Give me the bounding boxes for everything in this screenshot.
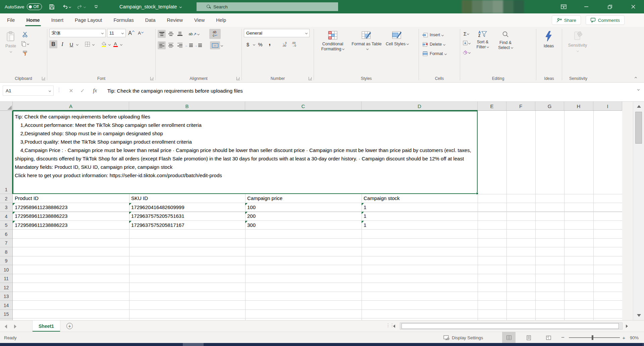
scrollbar-resize-handle[interactable]: ⋮⋮ [386,323,394,328]
row-header-9[interactable]: 9 [0,256,12,265]
find-select-button[interactable]: Find & Select [495,29,516,66]
column-header-G[interactable]: G [535,102,564,110]
cell-D5[interactable]: 1 [362,221,478,230]
orientation-dropdown-icon[interactable] [197,33,200,35]
tab-review[interactable]: Review [161,13,189,27]
format-painter-button[interactable] [21,49,29,57]
row-header-5[interactable]: 5 [0,221,12,230]
tab-view[interactable]: View [189,13,210,27]
decrease-decimal-button[interactable]: .00→0 [290,40,298,48]
decrease-indent-button[interactable]: ← [185,41,193,49]
clipboard-dialog-launcher-icon[interactable] [42,77,45,80]
borders-button[interactable] [84,40,92,48]
cell-D3[interactable]: 1 [362,203,478,212]
row-header-11[interactable]: 11 [0,274,12,283]
accounting-dropdown-icon[interactable] [253,43,255,45]
fill-button[interactable] [462,39,470,47]
column-header-D[interactable]: D [362,102,478,110]
tab-file[interactable]: File [1,13,20,27]
ideas-button[interactable]: Ideas [538,29,559,66]
cell-header-campaign-price[interactable]: Campaign price [245,194,362,203]
cell-styles-button[interactable]: Cell Styles [384,29,411,66]
collapse-ribbon-icon[interactable] [635,77,637,79]
row-header-2[interactable]: 2 [0,194,12,203]
comma-style-button[interactable]: , [266,40,274,48]
borders-dropdown-icon[interactable] [92,43,95,45]
cell-header-sku-id[interactable]: SKU ID [129,194,245,203]
conditional-formatting-button[interactable]: Conditional Formatting [316,29,350,66]
insert-function-icon[interactable]: fx [90,86,100,95]
quick-access-customize-icon[interactable] [91,2,101,12]
document-title[interactable]: Campaign_stock_template [119,0,181,13]
underline-dropdown-icon[interactable] [76,43,78,45]
number-format-select[interactable]: General [244,29,310,37]
alignment-dialog-launcher-icon[interactable] [236,77,240,80]
copy-dropdown-icon[interactable] [27,42,29,45]
zoom-slider-track[interactable] [569,337,620,338]
underline-button[interactable]: U [67,40,75,48]
row-header-3[interactable]: 3 [0,203,12,212]
name-box[interactable]: A1 [3,86,54,96]
sort-filter-button[interactable]: AZ Sort & Filter [472,29,493,66]
tab-insert[interactable]: Insert [46,13,69,27]
ribbon-display-options-icon[interactable] [556,0,571,13]
percent-style-button[interactable]: % [256,40,264,48]
copy-button[interactable] [21,40,29,48]
delete-cells-button[interactable]: Delete [421,40,459,49]
format-as-table-button[interactable]: Format as Table [351,29,382,66]
merge-center-dropdown-icon[interactable] [221,44,223,46]
restore-button[interactable] [602,0,618,13]
undo-dropdown-icon[interactable] [69,5,71,8]
minimize-button[interactable] [579,0,594,13]
zoom-out-button[interactable]: − [559,332,566,343]
row-header-4[interactable]: 4 [0,212,12,221]
increase-decimal-button[interactable]: ←0.00 [280,40,288,48]
row-header-7[interactable]: 7 [0,239,12,248]
fill-color-button[interactable] [100,40,108,48]
font-name-select[interactable]: 宋体 [49,29,106,37]
column-header-I[interactable]: I [593,102,622,110]
insert-cells-button[interactable]: Insert [421,30,459,40]
scroll-left-icon[interactable] [393,325,395,328]
decrease-font-size-button[interactable]: A [137,29,145,37]
page-break-preview-button[interactable] [542,332,555,343]
autosum-button[interactable]: Σ [462,30,470,38]
middle-align-button[interactable] [167,30,175,38]
normal-view-button[interactable] [502,332,516,343]
row-header-12[interactable]: 12 [0,283,12,292]
zoom-in-button[interactable]: + [621,332,627,343]
font-size-select[interactable]: 11 [107,29,126,37]
cell-A3[interactable]: 1729589611238886223 [13,203,129,212]
align-left-button[interactable] [158,41,166,49]
close-button[interactable] [626,0,641,13]
row-header-8[interactable]: 8 [0,247,12,256]
orientation-button[interactable]: ab [189,30,197,38]
bottom-align-button[interactable] [176,30,184,38]
cell-D4[interactable]: 1 [362,212,478,220]
display-settings-button[interactable]: Display Settings [443,332,483,343]
cell-a1-selection[interactable]: Tip: Check the campaign requirements bef… [13,111,478,194]
row-header-10[interactable]: 10 [0,265,12,274]
horizontal-scroll-thumb[interactable] [401,323,619,329]
name-box-dropdown-icon[interactable] [49,89,51,92]
wrap-text-button[interactable]: abc↩ [209,29,221,39]
scroll-right-icon[interactable] [626,325,628,328]
font-color-dropdown-icon[interactable] [120,43,122,45]
vertical-scrollbar[interactable] [633,102,644,320]
expand-formula-bar-icon[interactable] [637,88,640,91]
number-dialog-launcher-icon[interactable] [309,77,312,80]
sheet-tab-sheet1[interactable]: Sheet1 [32,320,60,332]
formula-bar-handle[interactable]: ⋮ [56,87,62,93]
format-cells-button[interactable]: Format [421,49,459,58]
fill-color-dropdown-icon[interactable] [108,43,111,45]
column-header-C[interactable]: C [245,102,362,110]
tab-page-layout[interactable]: Page Layout [69,13,108,27]
tab-help[interactable]: Help [210,13,232,27]
cell-A5[interactable]: 1729589611238886223 [13,221,129,230]
cell-B3[interactable]: 1729620416482609999 [129,203,245,212]
comments-button[interactable]: Comments [586,15,625,25]
save-icon[interactable] [47,2,57,12]
bold-button[interactable]: B [49,40,57,48]
zoom-slider-thumb[interactable] [592,335,593,340]
row-header-14[interactable]: 14 [0,301,12,310]
